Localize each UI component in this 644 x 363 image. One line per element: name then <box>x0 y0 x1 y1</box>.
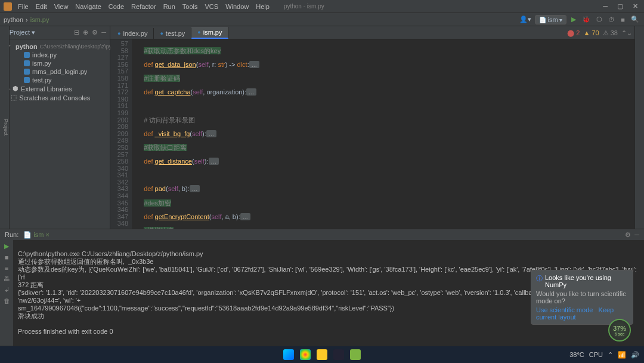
search-icon[interactable]: 🔍 <box>630 16 640 23</box>
editor-status[interactable]: ⬤ 2 ▲ 70 ⚠ 38 ⌃⌄ <box>567 29 632 37</box>
breadcrumb: python › ism.py <box>4 16 49 23</box>
maximize-icon[interactable]: ▢ <box>615 2 626 10</box>
menu-help[interactable]: Help <box>252 3 273 10</box>
tab-test[interactable]: ●test.py <box>154 28 191 39</box>
run-toolbar: ▶ ■ ≡ 🖶 ↲ 🗑 <box>0 240 13 346</box>
tree-file[interactable]: ism.py <box>0 59 110 67</box>
gutter: 5758127156157158171172190191199200208209… <box>110 39 132 229</box>
menu-navigate[interactable]: Navigate <box>72 3 104 10</box>
tab-index[interactable]: ●index.py <box>112 28 154 39</box>
run-settings-icon[interactable]: ⚙ <box>625 231 631 239</box>
menu-refactor[interactable]: Refactor <box>128 3 160 10</box>
tree-root[interactable]: ▾python C:\Users\zhliang\Desktop\z\pytho… <box>0 42 110 51</box>
add-config-button[interactable]: 👤▾ <box>519 16 531 23</box>
menu-vcs[interactable]: VCS <box>202 3 222 10</box>
menu-window[interactable]: Window <box>222 3 252 10</box>
windows-taskbar: 38°CCPU⌃📶🔊 <box>0 346 644 363</box>
project-tree: ▾python C:\Users\zhliang\Desktop\z\pytho… <box>0 39 110 104</box>
notif-link-scientific[interactable]: Use scientific mode <box>536 306 593 313</box>
minimize-icon[interactable]: ─ <box>600 2 610 10</box>
hide-icon[interactable]: ─ <box>101 29 106 36</box>
window-title-path: python - ism.py <box>280 3 328 10</box>
close-icon[interactable]: ✕ <box>630 2 640 10</box>
breadcrumb-project[interactable]: python <box>4 16 23 23</box>
rerun-icon[interactable]: ▶ <box>4 242 9 250</box>
editor-tabs: ●index.py ●test.py ●ism.py <box>110 26 644 39</box>
folder-icon[interactable] <box>317 349 327 360</box>
run-config-selector[interactable]: 📄 ism ▾ <box>535 15 567 24</box>
menu-tools[interactable]: Tools <box>179 3 202 10</box>
left-tool-rail[interactable]: Project <box>0 26 10 229</box>
app-icon-2[interactable] <box>350 349 361 360</box>
gear-icon[interactable]: ⚙ <box>92 29 98 36</box>
run-hide-icon[interactable]: ─ <box>634 231 639 239</box>
collapse-icon[interactable]: ⊟ <box>74 29 79 36</box>
app-icon-1[interactable] <box>333 349 344 360</box>
trash-icon[interactable]: 🗑 <box>4 297 10 304</box>
project-sidebar: ■ Project ▾ ⊟ ⊕ ⚙ ─ ▾python C:\Users\zhl… <box>0 26 110 229</box>
notification-popup[interactable]: ⓘLooks like you're using NumPy Would you… <box>531 270 633 325</box>
tree-external-libs[interactable]: ▸ ⬢ External Libraries <box>0 84 110 93</box>
run-icon[interactable]: ▶ <box>570 16 577 23</box>
menu-edit[interactable]: Edit <box>32 3 51 10</box>
tree-file[interactable]: index.py <box>0 51 110 59</box>
print-icon[interactable]: 🖶 <box>4 275 10 282</box>
coverage-icon[interactable]: ⬡ <box>595 16 603 23</box>
system-tray[interactable]: 38°CCPU⌃📶🔊 <box>569 351 639 359</box>
tree-file[interactable]: test.py <box>0 76 110 84</box>
chrome-icon[interactable] <box>300 349 311 360</box>
stop-run-icon[interactable]: ■ <box>5 254 9 261</box>
run-label: Run: <box>5 231 18 238</box>
profile-icon[interactable]: ⏱ <box>607 16 616 23</box>
menu-code[interactable]: Code <box>105 3 128 10</box>
stop-icon[interactable]: ■ <box>620 16 626 23</box>
select-opened-icon[interactable]: ⊕ <box>83 29 88 36</box>
debug-icon[interactable]: 🐞 <box>581 16 592 23</box>
notification-body: Would you like to turn scientific mode o… <box>536 290 628 304</box>
power-widget[interactable]: 37% 6 sec <box>608 319 631 342</box>
windows-start-icon[interactable] <box>283 349 294 360</box>
code-lines[interactable]: #获取动态参数和des的key def get_data_json(self, … <box>132 39 644 229</box>
menu-view[interactable]: View <box>51 3 72 10</box>
breadcrumb-file[interactable]: ism.py <box>30 16 49 23</box>
tree-scratches[interactable]: ⬚ Scratches and Consoles <box>0 93 110 102</box>
soft-wrap-icon[interactable]: ↲ <box>4 286 10 294</box>
menu-run[interactable]: Run <box>160 3 179 10</box>
tab-ism[interactable]: ●ism.py <box>191 27 228 39</box>
app-icon <box>4 2 12 11</box>
scroll-end-icon[interactable]: ≡ <box>5 264 8 272</box>
menu-file[interactable]: File <box>14 3 32 10</box>
info-icon: ⓘ <box>536 274 543 288</box>
tree-file[interactable]: mms_pdd_login.py <box>0 67 110 76</box>
run-config-name[interactable]: 📄 ism × <box>23 231 49 239</box>
code-area[interactable]: 5758127156157158171172190191199200208209… <box>110 39 644 229</box>
editor: ●index.py ●test.py ●ism.py ⬤ 2 ▲ 70 ⚠ 38… <box>110 26 644 229</box>
nav-bar: python › ism.py 👤▾ 📄 ism ▾ ▶ 🐞 ⬡ ⏱ ■ 🔍 <box>0 13 644 26</box>
menu-bar: File Edit View Navigate Code Refactor Ru… <box>0 0 644 13</box>
right-tool-rail[interactable] <box>634 26 644 229</box>
